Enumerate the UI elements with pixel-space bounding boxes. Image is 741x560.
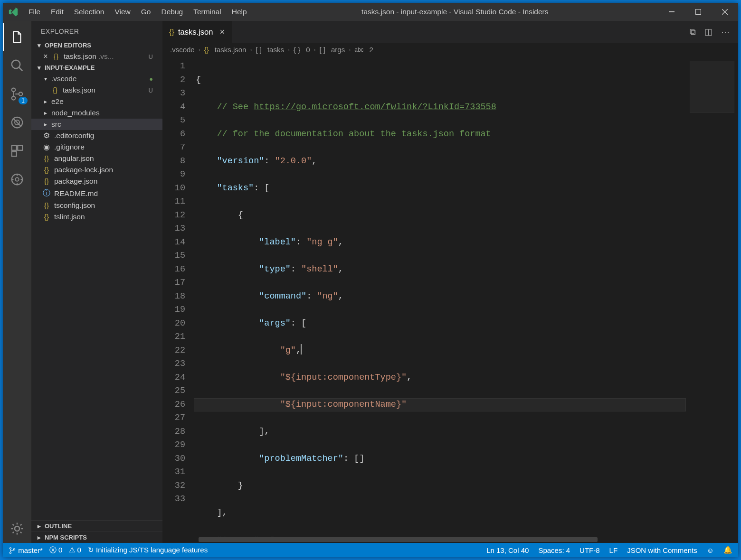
file-label: tslint.json (54, 213, 85, 221)
minimap[interactable] (686, 57, 738, 536)
activity-scm-icon[interactable]: 1 (3, 80, 31, 108)
status-init[interactable]: ↻ Initializing JS/TS language features (88, 546, 208, 554)
file-tasks-json[interactable]: {} tasks.json U (31, 84, 162, 96)
bc-vscode[interactable]: .vscode (170, 46, 195, 54)
menu-file[interactable]: File (24, 5, 45, 19)
bc-args[interactable]: args (331, 46, 345, 54)
maximize-button[interactable] (685, 3, 712, 21)
svg-rect-10 (12, 151, 17, 156)
object-icon: { } (294, 46, 300, 54)
file-package-json[interactable]: {} package.json (31, 176, 162, 187)
branch-indicator[interactable]: master* (9, 546, 43, 554)
activity-references-icon[interactable] (3, 165, 31, 194)
code-content[interactable]: { // See https://go.microsoft.com/fwlink… (194, 57, 686, 536)
svg-point-4 (12, 96, 16, 100)
file-label: tasks.json (63, 86, 95, 94)
open-editor-path: .vs... (98, 52, 114, 61)
activity-settings-icon[interactable] (3, 514, 31, 543)
close-button[interactable] (712, 3, 738, 21)
compare-changes-icon[interactable]: ⧉ (690, 27, 696, 37)
indentation[interactable]: Spaces: 4 (538, 546, 570, 554)
file-gitignore[interactable]: ◉ .gitignore (31, 141, 162, 153)
file-tsconfig-json[interactable]: {} tsconfig.json (31, 200, 162, 211)
open-editors-header[interactable]: ▾ OPEN EDITORS (31, 40, 162, 51)
file-label: tsconfig.json (54, 201, 95, 210)
svg-point-16 (13, 548, 15, 550)
code-editor[interactable]: 1234567891011121314151617181920212223242… (162, 57, 738, 536)
chevron-right-icon: › (288, 47, 290, 53)
bc-tasks[interactable]: tasks (267, 46, 284, 54)
chevron-right-icon: ▸ (35, 523, 43, 530)
window-title: tasks.json - input-example - Visual Stud… (252, 8, 658, 16)
cursor-position[interactable]: Ln 13, Col 40 (486, 546, 529, 554)
file-status-badge: U (149, 53, 153, 60)
eol[interactable]: LF (609, 546, 618, 554)
activity-explorer-icon[interactable] (3, 23, 31, 51)
tabs-bar: {} tasks.json × ⧉ ◫ ⋯ (162, 21, 738, 43)
modified-dot-icon: ● (149, 75, 153, 83)
app-window: File Edit Selection View Go Debug Termin… (3, 3, 738, 557)
file-label: README.md (54, 189, 98, 198)
editor-area: {} tasks.json × ⧉ ◫ ⋯ .vscode › {} tasks… (162, 21, 738, 543)
file-angular-json[interactable]: {} angular.json (31, 153, 162, 164)
file-readme-md[interactable]: ⓘ README.md (31, 187, 162, 200)
outline-header[interactable]: ▸ OUTLINE (31, 520, 162, 532)
language-mode[interactable]: JSON with Comments (627, 546, 697, 554)
chevron-right-icon: › (250, 47, 252, 53)
scrollbar-thumb[interactable] (199, 537, 598, 542)
menu-go[interactable]: Go (136, 5, 156, 19)
json-file-icon: {} (42, 166, 51, 174)
activity-search-icon[interactable] (3, 51, 31, 80)
menu-help[interactable]: Help (227, 5, 252, 19)
warnings-indicator[interactable]: ⚠ 0 (69, 546, 81, 554)
activity-extensions-icon[interactable] (3, 137, 31, 165)
feedback-icon[interactable]: ☺ (707, 546, 714, 554)
open-editor-item[interactable]: × {} tasks.json .vs... U (31, 51, 162, 62)
chevron-right-icon: ▸ (42, 121, 49, 128)
chevron-right-icon: ▸ (42, 110, 49, 116)
project-label: INPUT-EXAMPLE (45, 64, 95, 71)
vscode-logo-icon (3, 7, 24, 17)
gear-icon: ⚙ (42, 131, 51, 140)
errors-indicator[interactable]: ⓧ 0 (49, 546, 63, 555)
activity-debug-icon[interactable] (3, 108, 31, 137)
tab-actions: ⧉ ◫ ⋯ (690, 21, 738, 43)
encoding[interactable]: UTF-8 (580, 546, 600, 554)
menu-view[interactable]: View (110, 5, 135, 19)
file-package-lock-json[interactable]: {} package-lock.json (31, 164, 162, 176)
folder-node-modules[interactable]: ▸ node_modules (31, 107, 162, 119)
menu-debug[interactable]: Debug (156, 5, 188, 19)
minimap-thumb[interactable] (690, 61, 734, 113)
bc-index[interactable]: 0 (306, 46, 310, 54)
minimize-button[interactable] (658, 3, 685, 21)
bc-tasks-json[interactable]: tasks.json (215, 46, 247, 54)
string-icon: abc (354, 47, 363, 53)
folder-vscode[interactable]: ▾ .vscode ● (31, 73, 162, 84)
more-actions-icon[interactable]: ⋯ (721, 27, 730, 37)
scm-badge: 1 (19, 97, 28, 104)
svg-point-13 (15, 526, 19, 531)
svg-rect-1 (696, 9, 701, 15)
menu-edit[interactable]: Edit (46, 5, 68, 19)
close-icon[interactable]: × (42, 52, 49, 61)
menu-terminal[interactable]: Terminal (189, 5, 226, 19)
project-header[interactable]: ▾ INPUT-EXAMPLE (31, 62, 162, 73)
folder-src[interactable]: ▸ src (31, 119, 162, 130)
tab-tasks-json[interactable]: {} tasks.json × (162, 21, 232, 43)
horizontal-scrollbar[interactable] (162, 536, 738, 543)
file-editorconfig[interactable]: ⚙ .editorconfig (31, 130, 162, 141)
file-label: package-lock.json (54, 166, 113, 174)
breadcrumbs[interactable]: .vscode › {} tasks.json › [ ] tasks › { … (162, 43, 738, 57)
npm-scripts-header[interactable]: ▸ NPM SCRIPTS (31, 532, 162, 543)
explorer-sidebar: EXPLORER ▾ OPEN EDITORS × {} tasks.json … (31, 21, 162, 543)
outline-label: OUTLINE (45, 523, 72, 530)
close-icon[interactable]: × (219, 27, 225, 37)
bc-leaf[interactable]: 2 (370, 46, 373, 54)
status-bar: master* ⓧ 0 ⚠ 0 ↻ Initializing JS/TS lan… (3, 543, 738, 557)
notifications-icon[interactable]: 🔔 (723, 546, 732, 554)
folder-e2e[interactable]: ▸ e2e (31, 96, 162, 107)
file-tslint-json[interactable]: {} tslint.json (31, 211, 162, 223)
menu-selection[interactable]: Selection (69, 5, 109, 19)
split-editor-icon[interactable]: ◫ (704, 27, 712, 37)
chevron-down-icon: ▾ (35, 64, 43, 71)
